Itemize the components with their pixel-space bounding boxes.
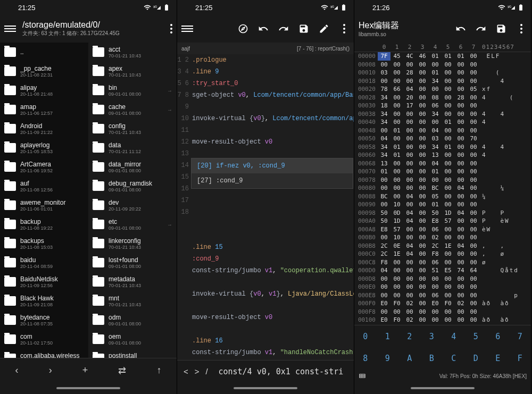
back-button[interactable]: ‹ <box>15 365 19 376</box>
hex-body[interactable]: 000007F454C4601010100 ELF000080000000000… <box>354 52 531 325</box>
file-item[interactable]: debug_ramdisk09-01-01 08:00 <box>88 177 177 196</box>
keypad-key[interactable]: 2 <box>398 325 421 348</box>
file-item[interactable]: .. <box>0 43 88 62</box>
hex-row[interactable]: 000F80000000000000000 <box>354 308 531 316</box>
file-item[interactable]: bytedance20-11-08 07:35 <box>0 311 88 330</box>
search-next-button[interactable]: > <box>195 367 200 376</box>
file-item[interactable]: auf20-11-08 12:56 <box>0 177 88 196</box>
hex-row[interactable]: 000A8E857000006000000èW <box>354 225 531 234</box>
file-item[interactable]: backups20-11-08 15:03 <box>0 234 88 253</box>
hex-row[interactable]: 0004034000000000100004 <box>354 118 531 127</box>
transfer-button[interactable]: ⇄ <box>118 365 126 376</box>
file-item[interactable]: baidu20-11-04 08:59 <box>0 253 88 272</box>
file-item[interactable]: aplayerlog20-11-05 18:53 <box>0 138 88 157</box>
keypad-key[interactable]: 9 <box>377 348 399 370</box>
keypad-key[interactable]: 8 <box>354 348 377 370</box>
keypad-key[interactable]: D <box>465 348 487 370</box>
hex-row[interactable]: 000681300000004000000 <box>354 160 531 168</box>
hex-row[interactable]: 00088BC00040005000000¼ <box>354 192 531 201</box>
left-file-column[interactable]: .. _pp_cache20-11-08 22:31 alipay20-11-0… <box>0 43 88 358</box>
hex-row[interactable]: 000301800170006000000 <box>354 102 531 110</box>
file-item[interactable]: apex70-01-21 10:43 <box>88 62 177 81</box>
hex-row[interactable]: 000B00010000002000000 <box>354 233 531 242</box>
hex-row[interactable]: 000F0E0F00200E0F00200àð àð <box>354 299 531 308</box>
file-item[interactable]: config70-01-21 10:43 <box>88 119 177 138</box>
file-item[interactable]: ArtCamera20-11-06 19:52 <box>0 157 88 177</box>
android-nav-bar[interactable] <box>354 382 531 394</box>
undo-icon[interactable] <box>455 23 466 34</box>
keypad-key[interactable]: B <box>421 348 443 370</box>
hex-row[interactable]: 000D80000000000000000 <box>354 275 531 283</box>
add-button[interactable]: + <box>82 365 88 376</box>
file-item[interactable]: BaiduNetdisk20-11-09 12:56 <box>0 272 88 291</box>
file-item[interactable]: _pp_cache20-11-08 22:31 <box>0 62 88 81</box>
hex-row[interactable]: 000C8F800000006000000ø <box>354 258 531 267</box>
hex-row[interactable]: 0008000000000BC000400 ¼ <box>354 184 531 192</box>
tab-bar[interactable]: aajf [7 - 76] : reportCrash() <box>177 43 354 54</box>
file-item[interactable]: lost+found09-01-01 08:00 <box>88 253 177 272</box>
file-item[interactable]: Android20-11-09 21:22 <box>0 119 88 138</box>
compass-icon[interactable] <box>238 23 248 34</box>
file-item[interactable]: amap20-11-06 12:57 <box>0 100 88 119</box>
title-area[interactable]: /storage/emulated/0/ 文件夹: 63 文件: 1 储存: 2… <box>22 20 164 37</box>
hex-row[interactable]: 000D00400000051E57464 Qåtd <box>354 266 531 275</box>
redo-icon[interactable] <box>278 23 289 34</box>
file-item[interactable]: metadata70-01-21 10:43 <box>88 272 177 291</box>
suggestion-item[interactable]: [20] if-nez v0, :cond_9 <box>192 158 353 173</box>
code-area[interactable]: 1 2 3 4 5 6 7 8 9 10 11 12 13 14 15 16 1… <box>177 54 354 360</box>
autocomplete-popup[interactable]: [20] if-nez v0, :cond_9 [27] :cond_9 <box>191 158 353 189</box>
right-file-column[interactable]: acct70-01-21 10:43 apex70-01-21 10:43 bi… <box>88 43 177 358</box>
keypad-key[interactable]: C <box>443 348 465 370</box>
save-icon[interactable] <box>298 23 309 34</box>
file-item[interactable]: com20-11-02 17:50 <box>0 330 88 349</box>
file-item[interactable]: mnt70-01-21 10:43 <box>88 291 177 311</box>
file-item[interactable]: linkerconfig70-01-21 10:43 <box>88 234 177 253</box>
file-item[interactable]: odm09-01-01 08:00 <box>88 311 177 330</box>
file-item[interactable]: etc09-01-01 08:00 → <box>88 215 177 234</box>
hex-row[interactable]: 000E80000000006000000 p <box>354 291 531 300</box>
keypad-key[interactable]: 1 <box>377 325 399 348</box>
menu-icon[interactable] <box>4 23 16 35</box>
hex-row[interactable]: 000E00000000000000000 <box>354 283 531 291</box>
keypad-key[interactable]: 3 <box>421 325 443 348</box>
file-item[interactable]: alipay20-11-08 21:48 <box>0 81 88 100</box>
file-item[interactable]: data_mirror09-01-01 08:00 <box>88 157 177 177</box>
edit-icon[interactable] <box>319 23 329 34</box>
file-item[interactable]: backup20-11-08 19:22 <box>0 215 88 234</box>
hex-row[interactable]: 000780000000000000000 <box>354 176 531 185</box>
hex-row[interactable]: 000900010000001000000 <box>354 200 531 209</box>
file-item[interactable]: dev20-11-09 20:22 <box>88 196 177 215</box>
suggestion-item[interactable]: [27] :cond_9 <box>192 173 353 188</box>
hex-row[interactable]: 0002834002000080028004 ( <box>354 94 531 102</box>
keypad-key[interactable]: F <box>509 348 531 370</box>
file-item[interactable]: postinstall09-01-01 08:00 <box>88 349 177 358</box>
file-item[interactable]: oem09-01-01 08:00 <box>88 330 177 349</box>
forward-button[interactable]: › <box>49 365 52 376</box>
keyboard-icon[interactable] <box>359 372 366 380</box>
keypad-key[interactable]: 0 <box>354 325 377 348</box>
hex-row[interactable]: 000180000000034000000 4 <box>354 77 531 86</box>
file-item[interactable]: com.alibaba.wireless20-11-04 17:29 <box>0 349 88 358</box>
undo-icon[interactable] <box>258 23 269 34</box>
keypad-key[interactable]: A <box>398 348 421 370</box>
code-lines[interactable]: .prologue.line 9:try_start_0sget-object … <box>192 54 354 360</box>
up-button[interactable]: ↑ <box>156 365 161 376</box>
hex-row[interactable]: 000700100000001000000 <box>354 167 531 176</box>
keypad-key[interactable]: E <box>487 348 509 370</box>
hex-row[interactable]: 000207866040000000005xf <box>354 85 531 94</box>
overflow-menu-icon[interactable] <box>516 23 527 34</box>
keypad-key[interactable]: 4 <box>443 325 465 348</box>
file-item[interactable]: aweme_monitor20-11-06 01:01 <box>0 196 88 215</box>
file-item[interactable]: acct70-01-21 10:43 <box>88 43 177 62</box>
keypad-key[interactable]: 5 <box>465 325 487 348</box>
file-item[interactable]: cache09-01-01 08:00 → <box>88 100 177 119</box>
android-nav-bar[interactable] <box>0 382 177 394</box>
hex-row[interactable]: 0005834010000340100004 4 <box>354 143 531 152</box>
file-item[interactable]: bin09-01-01 08:00 → <box>88 81 177 100</box>
overflow-menu-icon[interactable] <box>339 23 350 34</box>
keypad-key[interactable]: 7 <box>509 325 531 348</box>
hex-row[interactable]: 000500400000003000070 <box>354 135 531 143</box>
hex-row[interactable]: 0006034010000130000004 <box>354 151 531 160</box>
hex-row[interactable]: 000007F454C4601010100 ELF <box>354 52 531 61</box>
android-nav-bar[interactable] <box>177 382 354 394</box>
